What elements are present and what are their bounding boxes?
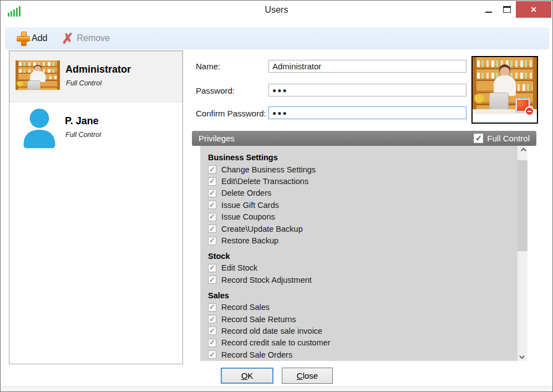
privilege-group-title: Sales	[208, 289, 511, 302]
checkbox-checked-icon[interactable]: ✓	[208, 177, 216, 186]
checkbox-checked-icon[interactable]: ✓	[208, 350, 216, 359]
checkbox-checked-icon[interactable]: ✓	[208, 213, 216, 221]
privilege-label: Record Stock Adjustment	[221, 276, 312, 284]
user-role: Full Control	[66, 79, 102, 87]
privilege-item[interactable]: ✓Change Business Settings	[208, 164, 511, 175]
privilege-item[interactable]: ✓Record credit sale to customer	[208, 337, 511, 349]
privilege-group-title: Business Settings	[208, 151, 511, 164]
maximize-button[interactable]	[498, 1, 516, 18]
confirm-password-input[interactable]	[268, 106, 466, 119]
name-label: Name:	[196, 62, 220, 71]
checkbox-checked-icon[interactable]: ✓	[208, 303, 216, 312]
remove-button-label: Remove	[77, 33, 110, 43]
privilege-item[interactable]: ✓Record Sales	[208, 302, 511, 313]
checkbox-checked-icon[interactable]: ✓	[208, 327, 216, 335]
add-plus-icon	[16, 31, 31, 45]
privileges-header: Privileges ✓ Full Control	[192, 131, 536, 146]
add-user-button[interactable]: Add	[16, 31, 47, 45]
user-photo-thumbnail	[16, 60, 60, 93]
privilege-label: Create\Update Backup	[221, 225, 303, 233]
privilege-item[interactable]: ✓Restore Backup	[208, 235, 511, 246]
checkbox-checked-icon[interactable]: ✓	[208, 225, 216, 233]
close-icon: ✕	[530, 5, 537, 14]
privilege-label: Edit Stock	[221, 263, 257, 272]
privilege-item[interactable]: ✓Issue Coupons	[208, 211, 511, 223]
privileges-scroll-area: Business Settings✓Change Business Settin…	[200, 146, 527, 361]
ok-button-label: OK	[241, 371, 253, 380]
privilege-label: Record old date sale invoice	[221, 327, 322, 335]
privilege-label: Edit\Delete Transactions	[221, 177, 308, 186]
window-resize-border	[1, 386, 552, 391]
privilege-label: Record credit sale to customer	[221, 338, 331, 347]
checkbox-checked-icon[interactable]: ✓	[208, 237, 216, 245]
privilege-label: Restore Backup	[221, 236, 278, 245]
ok-button[interactable]: OK	[221, 368, 273, 384]
privilege-label: Record Sale Returns	[221, 315, 296, 324]
scrollbar-thumb[interactable]	[518, 160, 527, 251]
titlebar: Users ✕	[1, 1, 552, 22]
toolbar: Add ✗ Remove	[5, 27, 549, 49]
privileges-list: Business Settings✓Change Business Settin…	[200, 146, 527, 361]
minimize-icon	[485, 12, 492, 13]
close-dialog-button[interactable]: Close	[282, 368, 333, 384]
privilege-label: Issue Coupons	[221, 212, 275, 221]
close-button[interactable]: ✕	[516, 1, 551, 18]
privilege-item[interactable]: ✓Issue Gift Cards	[208, 199, 511, 211]
confirm-password-label: Confirm Password:	[196, 109, 266, 118]
privilege-item[interactable]: ✓Record Stock Adjustment	[208, 274, 511, 286]
password-input[interactable]	[268, 84, 466, 96]
shop-photo	[16, 60, 60, 93]
minimize-button[interactable]	[479, 1, 498, 18]
user-name: Administrator	[65, 64, 131, 75]
privilege-label: Delete Orders	[221, 189, 271, 197]
full-control-label: Full Control	[487, 134, 530, 143]
privilege-label: Change Business Settings	[221, 165, 316, 174]
checkbox-checked-icon[interactable]: ✓	[208, 339, 216, 347]
privilege-item[interactable]: ✓Delete Orders	[208, 187, 511, 199]
checkbox-checked-icon[interactable]: ✓	[208, 276, 216, 284]
user-list-item-administrator[interactable]: Administrator Full Control	[9, 51, 182, 102]
privilege-item[interactable]: ✓Edit\Delete Transactions	[208, 175, 511, 187]
user-list-panel: Administrator Full Control P. Jane Full …	[9, 50, 183, 364]
full-control-checkbox[interactable]: ✓ Full Control	[474, 134, 530, 143]
user-list-item-pjane[interactable]: P. Jane Full Control	[9, 102, 182, 154]
remove-photo-icon[interactable]	[515, 98, 534, 116]
privilege-label: Record Sale Orders	[221, 350, 292, 359]
remove-x-icon: ✗	[62, 32, 73, 45]
checkbox-checked-icon[interactable]: ✓	[208, 264, 216, 272]
privilege-item[interactable]: ✓Create\Update Backup	[208, 223, 511, 235]
privilege-item[interactable]: ✓Edit Stock	[208, 262, 511, 274]
add-button-label: Add	[32, 33, 47, 43]
privilege-group-title: Stock	[208, 250, 511, 262]
privilege-label: Issue Gift Cards	[221, 201, 279, 210]
close-button-label: Close	[297, 371, 318, 380]
privilege-label: Record Sales	[221, 303, 270, 312]
window-controls: ✕	[479, 1, 551, 18]
users-window: Users ✕ Add ✗ Remove Administ	[0, 0, 553, 392]
privileges-title: Privileges	[199, 134, 235, 143]
checkbox-checked-icon[interactable]: ✓	[208, 165, 216, 174]
checkbox-checked-icon[interactable]: ✓	[208, 189, 216, 197]
window-title: Users	[1, 5, 552, 15]
user-role: Full Control	[65, 131, 101, 139]
checkbox-checked-icon[interactable]: ✓	[208, 201, 216, 209]
scroll-down-icon[interactable]	[518, 352, 527, 361]
user-name: P. Jane	[65, 115, 99, 127]
privilege-item[interactable]: ✓Record Sale Returns	[208, 313, 511, 325]
password-label: Password:	[196, 86, 235, 95]
user-photo-box[interactable]	[471, 56, 538, 124]
privilege-item[interactable]: ✓Record old date sale invoice	[208, 325, 511, 337]
maximize-icon	[503, 6, 511, 13]
scroll-up-icon[interactable]	[518, 146, 527, 155]
checkbox-checked-icon[interactable]: ✓	[208, 315, 216, 323]
checkbox-checked-icon: ✓	[474, 134, 483, 143]
privileges-scrollbar[interactable]	[518, 146, 527, 361]
privilege-item[interactable]: ✓Record Sale Orders	[208, 349, 511, 360]
remove-user-button[interactable]: ✗ Remove	[62, 32, 110, 45]
name-input[interactable]	[268, 60, 466, 73]
person-icon	[18, 105, 60, 150]
